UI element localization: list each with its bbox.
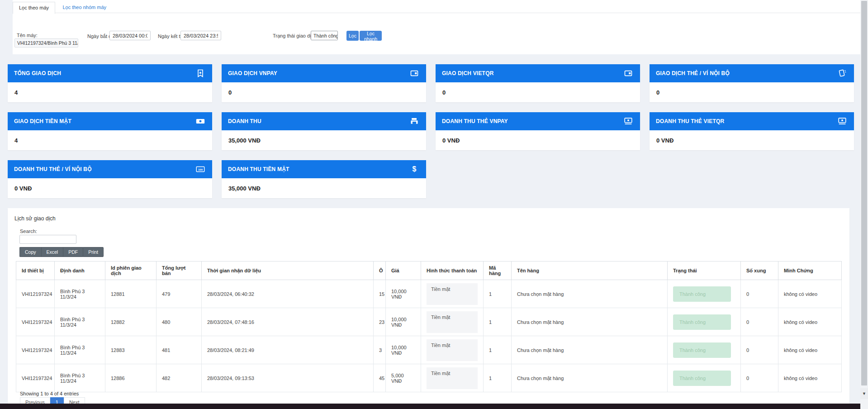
- stat-card-value: 0: [656, 89, 659, 96]
- col-session-id[interactable]: Id phiên giao dịch: [105, 262, 157, 280]
- stat-card-value: 4: [14, 89, 18, 96]
- status-badge: Thành công: [673, 371, 731, 386]
- col-price[interactable]: Giá: [386, 262, 421, 280]
- col-total-sales[interactable]: Tổng lượt bán: [157, 262, 202, 280]
- stat-card-value: 0: [442, 89, 446, 96]
- scroll-down-arrow-icon[interactable]: ▼: [860, 388, 868, 399]
- cell-product-code: 1: [484, 308, 512, 336]
- payment-method-box: Tiền mặt: [427, 367, 478, 389]
- col-status[interactable]: Trạng thái: [668, 262, 741, 280]
- status-badge: Thành công: [673, 314, 731, 330]
- stat-card-title: DOANH THU: [228, 118, 261, 124]
- tab-filter-by-machine[interactable]: Lọc theo máy: [13, 2, 55, 14]
- tab-filter-by-machine-group[interactable]: Lọc theo nhóm máy: [57, 2, 112, 13]
- stat-card-vietqr-transactions: GIAO DỊCH VIETQR 0: [436, 64, 640, 102]
- cell-slot: 23: [374, 308, 386, 336]
- col-device-id[interactable]: Id thiết bị: [16, 262, 55, 280]
- cell-received-time: 28/03/2024, 08:21:49: [202, 336, 374, 364]
- col-proof[interactable]: Minh Chứng: [778, 262, 842, 280]
- stat-card-title: DOANH THU THẺ VNPAY: [442, 118, 508, 124]
- cell-pulse: 0: [741, 336, 778, 364]
- cell-payment-method: Tiền mặt: [421, 364, 484, 392]
- quick-filter-button[interactable]: Lọc nhanh: [360, 31, 382, 41]
- stat-card-title: DOANH THU TIỀN MẶT: [228, 166, 289, 172]
- end-date-input[interactable]: [180, 31, 221, 40]
- cell-identity: Bình Phú 3 11/3/24: [55, 364, 105, 392]
- start-date-input[interactable]: [109, 31, 151, 40]
- stat-card-title: GIAO DỊCH THẺ / VÍ NỘI BỘ: [656, 70, 730, 76]
- search-input[interactable]: [19, 235, 76, 244]
- col-payment-method[interactable]: Hình thức thanh toán: [421, 262, 484, 280]
- cell-payment-method: Tiền mặt: [421, 308, 484, 336]
- stat-card-cash-revenue: DOANH THU TIỀN MẶT $ 35,000 VNĐ: [222, 160, 426, 198]
- excel-button[interactable]: Excel: [41, 247, 63, 257]
- stat-card-title: TỔNG GIAO DỊCH: [14, 70, 61, 76]
- stat-card-internal-wallet-revenue: DOANH THU THẺ / VÍ NỘI BỘ 100 0 VNĐ: [8, 160, 212, 198]
- col-identity[interactable]: Định danh: [55, 262, 105, 280]
- scrollbar-thumb[interactable]: [861, 1, 867, 385]
- cell-product-name: Chưa chọn mặt hàng: [512, 336, 668, 364]
- cell-device-id: VHI12197324: [16, 336, 55, 364]
- panel-title: Lịch sử giao dịch: [14, 215, 56, 222]
- pdf-button[interactable]: PDF: [63, 247, 83, 257]
- cell-status: Thành công: [668, 336, 741, 364]
- machine-select[interactable]: VHI12197324/Bình Phú 3 11/3/24 ▼: [14, 38, 78, 48]
- print-button[interactable]: Print: [83, 247, 104, 257]
- bookmark-star-icon: [195, 68, 206, 79]
- stat-card-card-wallet-transactions: GIAO DỊCH THẺ / VÍ NỘI BỘ 0: [650, 64, 854, 102]
- status-badge: Thành công: [673, 286, 731, 302]
- wallet-icon: [623, 68, 634, 79]
- cell-identity: Bình Phú 3 11/3/24: [55, 336, 105, 364]
- filter-panel: Lọc theo máy Lọc theo nhóm máy Tên máy: …: [13, 0, 860, 54]
- vertical-scrollbar[interactable]: ▼: [860, 0, 868, 409]
- stat-card-value: 35,000 VNĐ: [228, 185, 261, 192]
- cell-slot: 45: [374, 364, 386, 392]
- col-slot[interactable]: Ô: [374, 262, 386, 280]
- cell-product-name: Chưa chọn mặt hàng: [512, 364, 668, 392]
- table-row: VHI12197324 Bình Phú 3 11/3/24 12881 479…: [16, 280, 842, 308]
- filter-controls: Tên máy: VHI12197324/Bình Phú 3 11/3/24 …: [13, 27, 860, 54]
- cell-identity: Bình Phú 3 11/3/24: [55, 308, 105, 336]
- cell-pulse: 0: [741, 308, 778, 336]
- cell-product-code: 1: [484, 364, 512, 392]
- cell-received-time: 28/03/2024, 09:13:53: [202, 364, 374, 392]
- cell-product-code: 1: [484, 336, 512, 364]
- machine-select-value: VHI12197324/Bình Phú 3 11/3/24: [17, 40, 78, 46]
- banknotes-icon: [837, 116, 848, 127]
- cell-payment-method: Tiền mặt: [421, 336, 484, 364]
- dollar-icon: $: [409, 164, 420, 175]
- table-row: VHI12197324 Bình Phú 3 11/3/24 12883 481…: [16, 336, 842, 364]
- col-pulse[interactable]: Số xung: [741, 262, 778, 280]
- cell-price: 10,000 VNĐ: [386, 336, 421, 364]
- cell-slot: 15: [374, 280, 386, 308]
- cash-register-icon: [409, 116, 420, 127]
- stat-card-value: 4: [14, 137, 18, 144]
- stat-card-value: 0: [228, 89, 232, 96]
- status-select[interactable]: Thành công ▼: [311, 31, 338, 40]
- cell-proof: không có video: [778, 308, 842, 336]
- stat-card-title: GIAO DỊCH VNPAY: [228, 70, 277, 76]
- stat-card-value: 0 VNĐ: [14, 185, 32, 192]
- filter-button[interactable]: Lọc: [346, 31, 359, 41]
- cell-total-sales: 479: [157, 280, 202, 308]
- stat-card-cash-transactions: GIAO DỊCH TIỀN MẶT 4: [8, 112, 212, 150]
- payment-method-box: Tiền mặt: [427, 339, 478, 361]
- cell-total-sales: 481: [157, 336, 202, 364]
- showing-entries-text: Showing 1 to 4 of 4 entries: [20, 391, 79, 396]
- filter-tabs: Lọc theo máy Lọc theo nhóm máy: [13, 1, 860, 13]
- cell-total-sales: 480: [157, 308, 202, 336]
- stat-card-revenue: DOANH THU 35,000 VNĐ: [222, 112, 426, 150]
- bottom-bar: [0, 404, 860, 409]
- col-product-code[interactable]: Mã hàng: [484, 262, 512, 280]
- col-received-time[interactable]: Thời gian nhận dữ liệu: [202, 262, 374, 280]
- cash-bill-icon: [195, 116, 206, 127]
- copy-button[interactable]: Copy: [19, 247, 41, 257]
- col-product-name[interactable]: Tên hàng: [512, 262, 668, 280]
- status-select-value: Thành công: [313, 33, 338, 38]
- cell-device-id: VHI12197324: [16, 308, 55, 336]
- cell-received-time: 28/03/2024, 07:48:16: [202, 308, 374, 336]
- cell-status: Thành công: [668, 308, 741, 336]
- stat-card-title: DOANH THU THẺ / VÍ NỘI BỘ: [14, 166, 92, 172]
- cell-session-id: 12886: [105, 364, 157, 392]
- wallet-icon: [409, 68, 420, 79]
